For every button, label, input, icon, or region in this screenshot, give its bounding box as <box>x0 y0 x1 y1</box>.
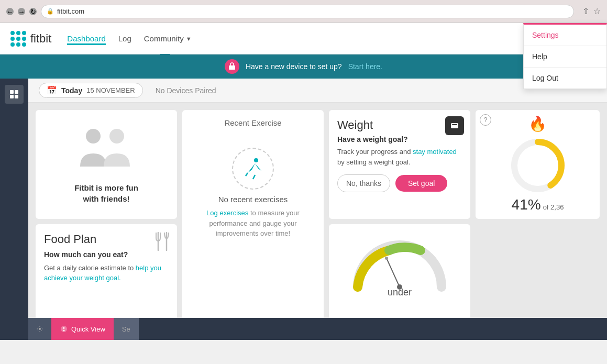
exercise-hint: Log exercises to measure your performanc… <box>191 208 315 239</box>
calorie-ring-card: ? 🔥 41% of 2,36 <box>476 110 600 219</box>
chevron-down-icon: ▼ <box>186 36 192 42</box>
svg-line-10 <box>246 173 248 176</box>
sidebar <box>0 79 28 340</box>
svg-point-22 <box>385 257 388 260</box>
svg-point-8 <box>109 129 124 144</box>
ring-percent: 41% <box>512 196 541 213</box>
weight-actions: No, thanks Set goal <box>337 174 462 192</box>
no-devices-label: No Devices Paired <box>156 86 216 95</box>
forward-button[interactable]: → <box>18 8 25 15</box>
svg-point-7 <box>86 129 101 144</box>
exercise-card: Recent Exercise No recent exercises Log … <box>182 110 324 333</box>
food-desc: Get a daily calorie estimate to help you… <box>44 263 169 283</box>
content-area: Fitbit is more fun with friends! Recent … <box>28 103 607 340</box>
banner-link[interactable]: Start here. <box>348 62 382 71</box>
friends-silhouette <box>64 125 148 174</box>
nav-links: Dashboard Log Community ▼ <box>67 32 564 45</box>
ring-stats: 41% of 2,36 <box>512 196 564 213</box>
svg-rect-2 <box>229 65 235 70</box>
nav-pointer <box>160 54 170 59</box>
share-button[interactable]: ⇧ <box>582 6 589 16</box>
weight-title: Weight <box>337 118 462 132</box>
weight-goal-text: Track your progress and stay motivated b… <box>337 147 462 167</box>
ring-container <box>509 137 567 194</box>
friends-card: Fitbit is more fun with friends! <box>36 110 177 219</box>
nav-log[interactable]: Log <box>118 32 131 45</box>
banner-text: Have a new device to set up? <box>246 62 342 71</box>
svg-rect-5 <box>10 95 14 98</box>
navbar: fitbit Dashboard Log Community ▼ ▮ <box>0 23 607 54</box>
weight-goal-title: Have a weight goal? <box>337 135 462 144</box>
quick-view-button[interactable]: Quick View <box>51 318 114 340</box>
se-button[interactable]: Se <box>114 318 139 340</box>
svg-rect-4 <box>15 90 18 94</box>
lock-icon: 🔒 <box>47 8 54 15</box>
friends-text: Fitbit is more fun with friends! <box>74 182 138 204</box>
bookmark-button[interactable]: ☆ <box>593 6 601 16</box>
promo-banner: Have a new device to set up? Start here. <box>0 54 607 79</box>
food-plan-card: Food Plan How much can you eat? Get a da… <box>36 224 177 333</box>
gauge-label: under <box>388 287 412 298</box>
svg-rect-6 <box>15 95 18 98</box>
logo-text: fitbit <box>30 32 51 46</box>
sidebar-grid-button[interactable] <box>5 85 24 104</box>
ring-of: of 2,36 <box>543 203 564 211</box>
gauge-card: under <box>329 224 470 333</box>
settings-gear-button[interactable] <box>28 318 51 340</box>
browser-chrome: ← → ↻ 🔒 fitbit.com ⇧ ☆ <box>0 0 607 23</box>
url-text: fitbit.com <box>57 7 84 15</box>
reload-button[interactable]: ↻ <box>29 8 37 15</box>
date-label: 15 NOVEMBER <box>86 86 135 94</box>
se-label: Se <box>122 325 130 333</box>
svg-point-23 <box>39 328 41 330</box>
nav-community[interactable]: Community ▼ <box>144 34 192 43</box>
svg-rect-3 <box>10 90 14 94</box>
fire-icon: 🔥 <box>528 115 547 133</box>
browser-actions: ⇧ ☆ <box>582 6 601 16</box>
dropdown-logout[interactable]: Log Out <box>524 68 606 89</box>
weight-card: Weight Have a weight goal? Track your pr… <box>329 110 470 219</box>
svg-point-26 <box>63 330 65 332</box>
svg-line-20 <box>387 258 400 287</box>
svg-point-9 <box>254 158 258 162</box>
runner-circle <box>232 148 274 190</box>
food-question: How much can you eat? <box>44 250 169 259</box>
exercise-title: Recent Exercise <box>224 118 281 127</box>
no-exercises-text: No recent exercises <box>218 195 288 204</box>
address-bar[interactable]: 🔒 fitbit.com <box>41 5 574 18</box>
svg-line-11 <box>253 175 255 179</box>
dropdown-settings[interactable]: Settings <box>524 25 606 46</box>
logo-dots <box>10 31 26 47</box>
dropdown-menu: Settings Help Log Out <box>523 23 607 89</box>
logo[interactable]: fitbit <box>10 31 51 47</box>
weight-device-button[interactable] <box>445 116 464 135</box>
date-bar: 📅 Today 15 NOVEMBER No Devices Paired <box>28 79 607 103</box>
bottom-bar: Quick View Se <box>28 318 607 340</box>
nav-dashboard[interactable]: Dashboard <box>67 32 105 45</box>
food-title: Food Plan <box>44 233 169 246</box>
calendar-icon: 📅 <box>47 85 57 95</box>
main-layout: 📅 Today 15 NOVEMBER No Devices Paired Fi… <box>0 79 607 340</box>
dropdown-help[interactable]: Help <box>524 46 606 67</box>
fork-knife-icon <box>154 230 171 253</box>
no-thanks-button[interactable]: No, thanks <box>337 174 390 192</box>
community-label: Community <box>144 34 184 43</box>
date-pill[interactable]: 📅 Today 15 NOVEMBER <box>39 83 143 98</box>
svg-rect-13 <box>452 124 457 125</box>
today-label: Today <box>61 86 82 95</box>
set-goal-button[interactable]: Set goal <box>395 175 447 192</box>
svg-rect-12 <box>451 123 458 128</box>
help-circle[interactable]: ? <box>480 114 491 126</box>
back-button[interactable]: ← <box>6 8 14 15</box>
banner-icon <box>225 59 239 74</box>
gauge-svg <box>347 235 452 292</box>
quick-view-label: Quick View <box>71 325 105 333</box>
